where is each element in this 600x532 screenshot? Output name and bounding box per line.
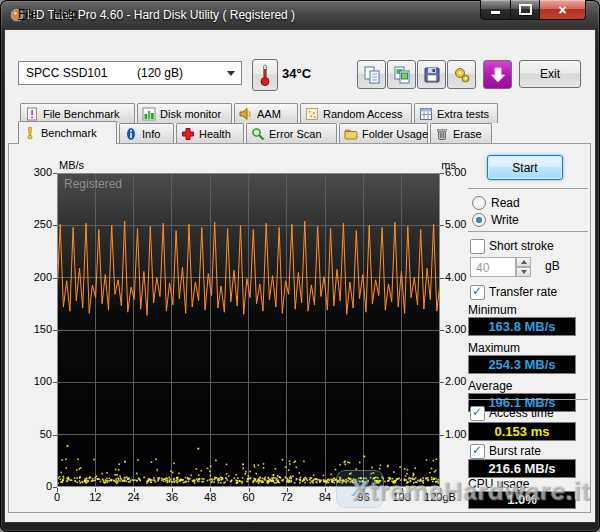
temperature-button[interactable]: [252, 59, 278, 91]
minimum-label: Minimum: [468, 303, 517, 317]
copy-report-button[interactable]: [357, 60, 386, 89]
y-right-tick-label: 4.00: [445, 271, 466, 283]
short-stroke-size-input[interactable]: 40: [470, 257, 516, 277]
tab-disk-monitor[interactable]: Disk monitor: [137, 103, 232, 123]
axis-tick: [53, 435, 57, 436]
short-stroke-label: Short stroke: [489, 239, 554, 253]
axis-tick: [95, 488, 96, 492]
tab-extra-tests[interactable]: Extra tests: [414, 103, 498, 123]
axis-tick: [402, 488, 403, 492]
drive-size: (120 gB): [137, 66, 183, 80]
caption-buttons: ×: [480, 0, 586, 20]
download-arrow-icon: [489, 66, 507, 84]
separator: [468, 231, 588, 232]
save-icon: [422, 65, 442, 85]
close-icon: ×: [558, 2, 566, 18]
access-time-checkbox[interactable]: [470, 406, 485, 421]
titlebar: HD Tune Pro 4.60 - Hard Disk Utility ( R…: [0, 0, 600, 30]
short-stroke-checkbox[interactable]: [470, 239, 485, 254]
cpu-usage-label: CPU usage: [468, 477, 529, 491]
write-label: Write: [491, 213, 519, 227]
speaker-icon: [239, 107, 253, 121]
tab-aam[interactable]: AAM: [234, 103, 298, 123]
folder-icon: [344, 127, 358, 141]
tab-label: Extra tests: [437, 108, 489, 120]
start-button[interactable]: Start: [487, 155, 563, 180]
access-time-label: Access time: [489, 406, 554, 420]
axis-tick: [287, 488, 288, 492]
close-button[interactable]: ×: [539, 0, 586, 20]
copy-screenshot-button[interactable]: [387, 60, 416, 89]
tab-file-benchmark[interactable]: File Benchmark: [20, 103, 135, 123]
read-radio[interactable]: [472, 196, 486, 210]
chevron-down-icon: [227, 71, 235, 76]
update-button[interactable]: [483, 60, 512, 89]
drive-select-dropdown[interactable]: SPCC SSD101 (120 gB): [18, 61, 242, 85]
disk-monitor-icon: [142, 107, 156, 121]
tab-error-scan[interactable]: Error Scan: [246, 123, 337, 143]
tab-label: Info: [142, 128, 160, 140]
y-left-tick-label: 100: [18, 375, 52, 387]
axis-tick: [440, 278, 444, 279]
tab-info[interactable]: Info: [119, 123, 174, 143]
maximize-icon: [519, 4, 532, 15]
transfer-rate-checkbox[interactable]: [470, 285, 485, 300]
axis-tick: [53, 330, 57, 331]
axis-tick: [53, 225, 57, 226]
stepper-up-button[interactable]: [516, 257, 531, 267]
copy-screenshot-icon: [392, 65, 412, 85]
separator: [468, 188, 588, 189]
chevron-up-icon: [521, 260, 527, 264]
chart-watermark: Registered: [64, 177, 122, 191]
axis-tick: [440, 225, 444, 226]
temperature-value: 34°C: [282, 66, 311, 81]
tab-label: Erase: [453, 128, 482, 140]
minimum-value: 163.8 MB/s: [468, 317, 576, 336]
exit-button[interactable]: Exit: [519, 60, 581, 88]
tab-label: Disk monitor: [160, 108, 221, 120]
y-right-tick-label: 6.00: [445, 166, 466, 178]
tab-label: File Benchmark: [43, 108, 119, 120]
tab-health[interactable]: Health: [176, 123, 244, 143]
stepper-down-button[interactable]: [516, 267, 531, 277]
axis-tick: [53, 173, 57, 174]
maximum-value: 254.3 MB/s: [468, 355, 576, 374]
axis-tick: [440, 435, 444, 436]
y-right-tick-label: 5.00: [445, 218, 466, 230]
trash-icon: [435, 127, 449, 141]
tab-random-access[interactable]: Random Access: [300, 103, 412, 123]
options-button[interactable]: [447, 60, 476, 89]
y-right-tick-label: 3.00: [445, 323, 466, 335]
tab-benchmark[interactable]: Benchmark: [18, 121, 117, 144]
maximize-button[interactable]: [511, 0, 539, 20]
menu-file[interactable]: File: [13, 5, 42, 23]
tab-label: Random Access: [323, 108, 402, 120]
tab-label: Folder Usage: [362, 128, 428, 140]
read-label: Read: [491, 196, 520, 210]
minimize-icon: [491, 11, 500, 14]
menu-help[interactable]: Help: [48, 5, 83, 23]
short-stroke-stepper[interactable]: [516, 257, 531, 277]
save-button[interactable]: [417, 60, 446, 89]
tab-erase[interactable]: Erase: [430, 123, 492, 143]
thermometer-icon: [259, 63, 271, 87]
maximum-label: Maximum: [468, 341, 520, 355]
app-window: HD Tune Pro 4.60 - Hard Disk Utility ( R…: [0, 0, 600, 532]
stroke-unit-label: gB: [545, 259, 560, 273]
axis-tick: [440, 330, 444, 331]
axis-tick: [440, 382, 444, 383]
burst-rate-checkbox[interactable]: [470, 444, 485, 459]
minimize-button[interactable]: [480, 0, 511, 20]
tab-folder-usage[interactable]: Folder Usage: [339, 123, 428, 143]
cpu-usage-value: 1.0%: [468, 491, 576, 509]
chart-canvas: [57, 173, 440, 487]
axis-tick: [210, 488, 211, 492]
y-left-tick-label: 200: [18, 271, 52, 283]
axis-tick: [172, 488, 173, 492]
axis-tick: [134, 488, 135, 492]
axis-tick: [53, 278, 57, 279]
axis-tick: [440, 488, 441, 492]
write-radio[interactable]: [472, 213, 486, 227]
benchmark-chart: Registered: [57, 173, 440, 487]
axis-tick: [440, 173, 444, 174]
